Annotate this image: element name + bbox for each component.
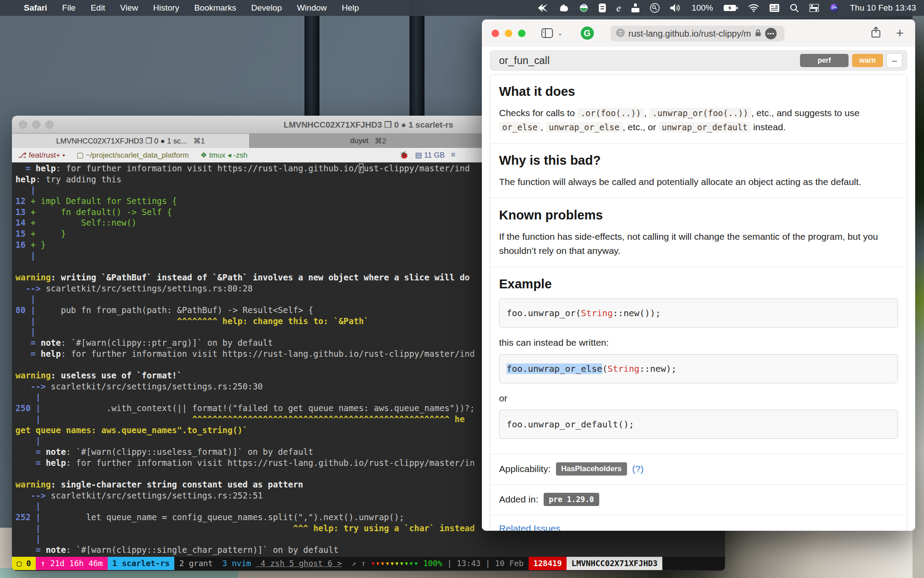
menu-view[interactable]: View xyxy=(120,3,138,12)
tmux-segment[interactable]: ▾ xyxy=(409,557,414,570)
text-segment: scarletkit/src/settings/settings.rs:80:2… xyxy=(41,283,252,293)
tmux-segment[interactable]: 100% xyxy=(418,557,447,570)
sidebar-toggle[interactable]: ⌄ xyxy=(541,28,563,38)
tmux-segment[interactable]: ↗ ↑ xyxy=(342,557,371,570)
keyboard-viewer-icon[interactable] xyxy=(770,3,779,13)
menu-edit[interactable]: Edit xyxy=(90,3,105,12)
lint-header-or-fun-call[interactable]: or_fun_call perf warn – xyxy=(490,50,907,71)
terminal-line: = note: `#[warn(clippy::single_char_patt… xyxy=(15,545,725,556)
text-segment: + } xyxy=(30,240,45,249)
tmux-segment[interactable]: 1 scarlet-rs xyxy=(108,557,175,570)
tmux-segment[interactable]: 6 > xyxy=(323,557,342,570)
text-segment: + impl Default for Settings { xyxy=(30,196,177,206)
menu-help[interactable]: Help xyxy=(342,3,359,12)
tmux-segment[interactable]: 5 ghost xyxy=(285,557,323,570)
tmux-segment[interactable]: 2 grant xyxy=(174,557,218,570)
menu-file[interactable]: File xyxy=(62,3,76,12)
chevron-down-icon[interactable]: ⌄ xyxy=(557,29,563,37)
terminal-tab-1[interactable]: LMVNHCC02X71XFJHD3 ❐ 0 ● 1 sc... ⌘1 xyxy=(12,134,250,148)
paper-plane-app-icon[interactable] xyxy=(538,3,548,13)
tmux-segment[interactable]: ↑ 21d 16h 46m xyxy=(36,557,108,570)
text-segment: | xyxy=(36,414,41,424)
tmux-segment[interactable]: ▾ xyxy=(380,557,385,570)
menu-bookmarks[interactable]: Bookmarks xyxy=(194,3,236,12)
text-segment: foo.unwrap_or_default(); xyxy=(507,419,634,430)
text-segment: | xyxy=(30,251,35,261)
menu-safari[interactable]: Safari xyxy=(24,3,47,12)
text-segment xyxy=(41,545,45,555)
dock-app-icon[interactable] xyxy=(631,3,639,13)
spotlight-icon[interactable] xyxy=(790,3,799,13)
animal-app-icon[interactable] xyxy=(559,3,569,13)
new-tab-button[interactable]: + xyxy=(896,29,904,38)
globe-app-icon[interactable] xyxy=(579,3,588,13)
text-segment: : `#[warn(clippy::useless_format)]` on b… xyxy=(66,447,313,457)
menu-bar-clock[interactable]: Thu 10 Feb 13:43 xyxy=(850,3,916,13)
menu-develop[interactable]: Develop xyxy=(251,3,282,12)
tmux-segment[interactable]: 3 nvim xyxy=(218,557,256,570)
text-segment: help xyxy=(41,349,61,359)
keychain-icon[interactable] xyxy=(650,3,660,13)
reader-options-icon[interactable]: ••• xyxy=(765,28,777,39)
text-segment: | xyxy=(36,501,41,511)
text-segment: : for further information visit https://… xyxy=(56,163,359,173)
text-segment xyxy=(15,185,30,195)
tmux-segment[interactable]: ▾ xyxy=(404,557,409,570)
applicability-help-link[interactable]: (?) xyxy=(632,464,644,474)
tmux-segment[interactable]: ▾ xyxy=(413,557,418,570)
notes-app-icon[interactable] xyxy=(599,3,606,13)
text-segment xyxy=(41,447,45,457)
git-branch-status[interactable]: ⎇ feat/rust+ • xyxy=(18,151,65,160)
tmux-session-status[interactable]: ❖ tmux ◂ -zsh xyxy=(200,151,248,160)
text-segment: 15 xyxy=(15,229,26,238)
control-center-icon[interactable] xyxy=(809,3,819,13)
close-button[interactable] xyxy=(492,30,499,37)
menu-window[interactable]: Window xyxy=(297,3,327,12)
example-code-1[interactable]: foo.unwrap_or(String::new()); xyxy=(499,298,898,328)
text-segment: | xyxy=(36,392,41,402)
added-in-badge: pre 1.29.0 xyxy=(544,493,599,506)
text-segment: : `#[warn(clippy::single_char_pattern)]`… xyxy=(66,545,338,555)
terminal-tab-2[interactable]: duyet ⌘2 xyxy=(250,134,488,148)
tmux-segment[interactable]: ▾ xyxy=(376,557,380,570)
volume-icon[interactable] xyxy=(670,3,681,13)
text-segment: foo.unwrap_or_else xyxy=(507,363,602,374)
siri-icon[interactable] xyxy=(830,3,839,13)
text-segment: : single-character string constant used … xyxy=(51,480,303,489)
tmux-segment[interactable]: 128419 xyxy=(529,557,567,570)
tmux-segment[interactable]: LMVNHCC02X71XFJHD3 xyxy=(567,557,662,570)
grammarly-extension-icon[interactable]: G xyxy=(581,26,594,40)
zoom-button[interactable] xyxy=(518,30,526,37)
address-bar[interactable]: rust-lang.github.io/rust-clippy/m ••• xyxy=(611,26,785,42)
text-segment: | xyxy=(30,294,35,304)
text-segment: instead. xyxy=(751,122,785,132)
tmux-segment[interactable]: ▾ xyxy=(394,557,399,570)
tmux-segment[interactable]: 4 zsh xyxy=(256,557,285,570)
loopback-app-icon[interactable]: e xyxy=(616,3,621,13)
text-segment: ^^^^^^^^ help: change this to: `&Path` xyxy=(177,316,369,326)
text-segment: --> xyxy=(30,382,45,391)
tmux-segment[interactable]: ▢ 0 xyxy=(12,557,36,570)
wifi-icon[interactable] xyxy=(748,3,759,13)
share-button[interactable] xyxy=(871,26,881,40)
text-segment: | xyxy=(36,512,41,522)
tmux-status-bar[interactable]: ▢ 0 ↑ 21d 16h 46m 1 scarlet-rs 2 grant 3… xyxy=(12,557,725,570)
collapse-button[interactable]: – xyxy=(886,53,902,68)
tmux-segment[interactable]: ▾ xyxy=(371,557,376,570)
minimize-button[interactable] xyxy=(505,30,512,37)
example-code-3[interactable]: foo.unwrap_or_default(); xyxy=(499,410,898,439)
tmux-segment[interactable]: ▾ xyxy=(385,557,390,570)
cwd-status[interactable]: ▢ ~/project/scarlet_data_platform xyxy=(76,151,189,160)
text-segment: , xyxy=(644,108,650,118)
menu-history[interactable]: History xyxy=(153,3,179,12)
related-issues-link[interactable]: Related Issues xyxy=(499,523,560,531)
section-title: What it does xyxy=(499,84,898,99)
tmux-segment[interactable]: | 13:43 | 10 Feb xyxy=(447,557,528,570)
section-related-issues: Related Issues xyxy=(490,515,907,531)
tmux-segment[interactable]: ▾ xyxy=(390,557,394,570)
tmux-segment[interactable]: ▾ xyxy=(399,557,404,570)
text-segment: : `#[warn(clippy::ptr_arg)]` on by defau… xyxy=(61,338,273,348)
example-code-2[interactable]: foo.unwrap_or_else(String::new); xyxy=(499,354,898,383)
text-segment xyxy=(41,458,45,468)
section-why-bad: Why is this bad? The function will alway… xyxy=(490,143,907,198)
